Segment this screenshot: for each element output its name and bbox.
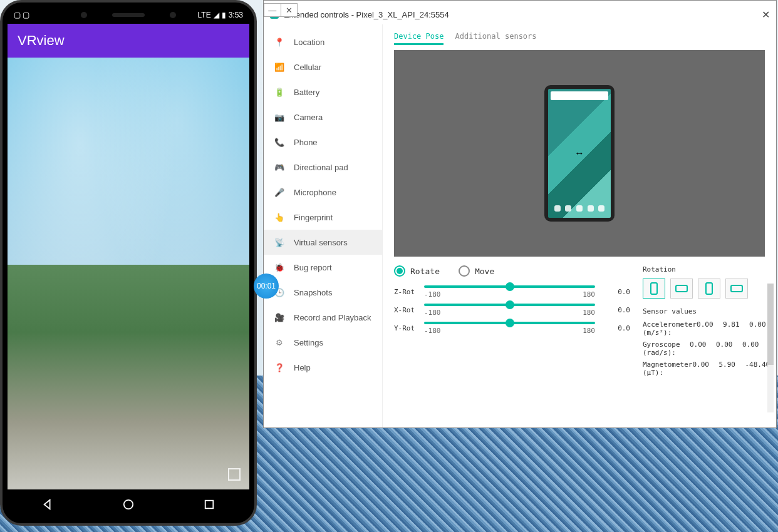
menu-icon: 📷 (274, 111, 285, 123)
window-title: Extended controls - Pixel_3_XL_API_24:55… (284, 10, 449, 19)
menu-label: Cellular (294, 63, 321, 72)
menu-label: Location (294, 38, 324, 47)
menu-label: Help (294, 363, 311, 372)
menu-item-snapshots[interactable]: 🕒Snapshots (264, 280, 382, 305)
battery-icon: ▮ (222, 11, 226, 19)
menu-item-help[interactable]: ❓Help (264, 355, 382, 380)
lte-indicator: LTE (198, 11, 211, 19)
slider-value: 0.0 (603, 324, 630, 332)
menu-item-directional-pad[interactable]: 🎮Directional pad (264, 155, 382, 180)
content-scrollbar[interactable] (767, 284, 774, 412)
menu-label: Camera (294, 113, 323, 122)
drag-arrow-icon: ↔ (574, 148, 584, 159)
menu-label: Microphone (294, 188, 336, 197)
device-pose-preview[interactable]: ↔ (394, 50, 765, 257)
rotation-label: Rotation (643, 265, 765, 274)
menu-label: Fingerprint (294, 213, 333, 222)
content-pane: Device Pose Additional sensors ↔ Rotate … (383, 24, 776, 427)
slider-label: Z-Rot (394, 288, 417, 296)
slider-track[interactable] (424, 322, 595, 324)
menu-label: Bug report (294, 263, 332, 272)
recents-button[interactable] (202, 498, 216, 511)
extended-controls-window: — ✕ Extended controls - Pixel_3_XL_API_2… (263, 0, 777, 428)
menu-item-virtual-sensors[interactable]: 📡Virtual sensors (264, 230, 382, 255)
menu-label: Directional pad (294, 163, 348, 172)
menu-icon: ❓ (274, 362, 285, 373)
menu-icon: 🎤 (274, 187, 285, 198)
menu-item-phone[interactable]: 📞Phone (264, 130, 382, 155)
menu-icon: 📡 (274, 237, 285, 248)
tab-device-pose[interactable]: Device Pose (394, 32, 443, 45)
slider-track[interactable] (424, 304, 595, 306)
menu-label: Snapshots (294, 288, 332, 297)
tab-additional-sensors[interactable]: Additional sensors (455, 32, 536, 45)
tab-bar: Device Pose Additional sensors (394, 32, 765, 45)
home-button[interactable] (122, 498, 135, 511)
fullscreen-icon[interactable] (228, 468, 241, 481)
app-bar: VRview (8, 24, 249, 58)
sensor-row: Magnetometer (μT):0.005.90-48.40 (643, 361, 765, 377)
minimize-button[interactable]: — (264, 4, 281, 16)
title-bar[interactable]: Extended controls - Pixel_3_XL_API_24:55… (264, 4, 776, 24)
menu-label: Record and Playback (294, 313, 371, 322)
timer-badge[interactable]: 00:01 (254, 274, 279, 299)
sensor-row: Gyroscope (rad/s):0.000.000.00 (643, 340, 765, 357)
radio-move[interactable]: Move (459, 265, 494, 277)
svg-point-0 (124, 500, 133, 509)
menu-icon: 🎥 (274, 312, 285, 323)
slider-value: 0.0 (603, 288, 630, 296)
status-time: 3:53 (229, 11, 243, 19)
phone-screen: ▢ ▢ LTE ◢ ▮ 3:53 VRview (8, 6, 249, 519)
menu-label: Settings (294, 338, 323, 347)
sensor-row: Accelerometer (m/s²):0.009.810.00 (643, 320, 765, 337)
menu-item-record-and-playback[interactable]: 🎥Record and Playback (264, 305, 382, 330)
menu-icon: 📍 (274, 36, 285, 48)
slider-track[interactable] (424, 285, 595, 288)
menu-item-bug-report[interactable]: 🐞Bug report (264, 255, 382, 280)
radio-rotate[interactable]: Rotate (394, 265, 440, 277)
menu-item-battery[interactable]: 🔋Battery (264, 79, 382, 105)
vr-panorama-view[interactable] (8, 58, 249, 489)
svg-rect-4 (706, 283, 712, 294)
menu-icon: ⚙ (274, 337, 285, 348)
svg-rect-2 (651, 283, 657, 294)
side-menu: 📍Location📶Cellular🔋Battery📷Camera📞Phone🎮… (264, 24, 383, 427)
slider-label: Y-Rot (394, 324, 417, 332)
orient-landscape-left-button[interactable] (670, 279, 693, 299)
app-title: VRview (18, 33, 65, 49)
menu-icon: 📶 (274, 61, 285, 73)
slider-z-rot: Z-Rot-1801800.0 (394, 285, 630, 299)
menu-icon: 📞 (274, 136, 285, 148)
back-button[interactable] (41, 498, 54, 511)
menu-item-cellular[interactable]: 📶Cellular (264, 54, 382, 79)
menu-item-microphone[interactable]: 🎤Microphone (264, 180, 382, 205)
slider-y-rot: Y-Rot-1801800.0 (394, 322, 630, 335)
menu-label: Phone (294, 138, 318, 147)
slider-label: X-Rot (394, 306, 417, 314)
menu-icon: 🔋 (274, 86, 285, 98)
menu-label: Battery (294, 88, 319, 97)
phone-notch (72, 6, 185, 24)
slider-value: 0.0 (603, 306, 630, 314)
svg-rect-3 (676, 285, 687, 292)
menu-item-settings[interactable]: ⚙Settings (264, 330, 382, 355)
sensor-values-label: Sensor values (643, 307, 765, 315)
orient-portrait-rev-button[interactable] (698, 279, 720, 299)
menu-icon: 🐞 (274, 262, 285, 273)
menu-label: Virtual sensors (294, 238, 348, 247)
emulator-phone-frame: ▢ ▢ LTE ◢ ▮ 3:53 VRview (0, 0, 257, 526)
orient-landscape-right-button[interactable] (725, 279, 748, 299)
svg-rect-1 (205, 501, 213, 509)
window-sys-buttons: — ✕ (264, 3, 298, 17)
menu-item-camera[interactable]: 📷Camera (264, 105, 382, 130)
slider-x-rot: X-Rot-1801800.0 (394, 304, 630, 317)
close-button[interactable]: ✕ (762, 9, 770, 21)
svg-rect-5 (731, 285, 742, 292)
menu-item-location[interactable]: 📍Location (264, 29, 382, 54)
orient-portrait-button[interactable] (643, 279, 665, 299)
menu-item-fingerprint[interactable]: 👆Fingerprint (264, 205, 382, 230)
menu-icon: 👆 (274, 212, 285, 223)
android-nav-bar (8, 489, 249, 519)
menu-icon: 🎮 (274, 161, 285, 173)
window-close-button[interactable]: ✕ (281, 4, 298, 16)
